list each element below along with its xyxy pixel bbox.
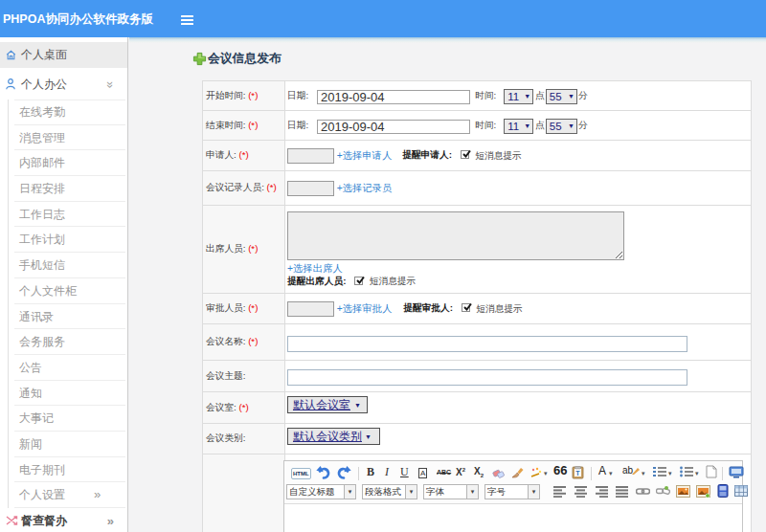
svg-text:T: T	[575, 470, 580, 477]
